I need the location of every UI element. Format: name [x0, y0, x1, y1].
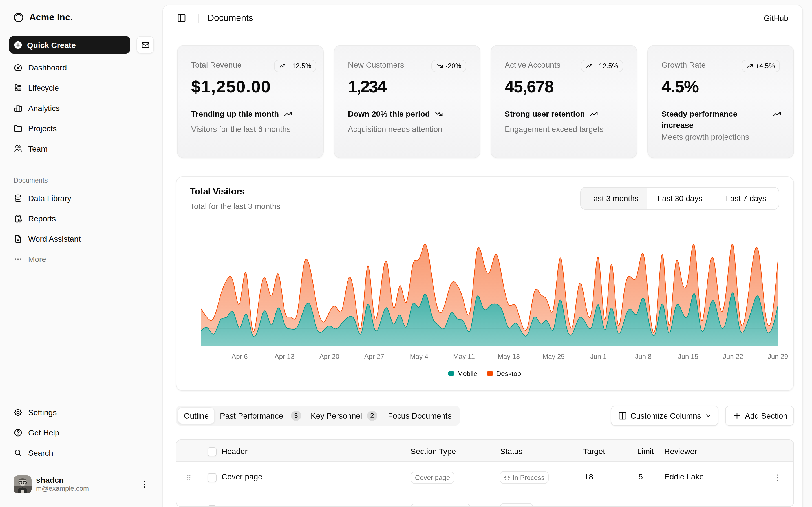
svg-text:May 11: May 11 — [453, 353, 475, 360]
svg-text:Apr 27: Apr 27 — [364, 353, 384, 360]
svg-text:Apr 6: Apr 6 — [232, 353, 248, 360]
svg-text:Jun 29: Jun 29 — [768, 353, 788, 360]
svg-text:Desktop: Desktop — [496, 370, 521, 378]
svg-text:May 4: May 4 — [410, 353, 428, 360]
svg-text:May 25: May 25 — [543, 353, 565, 360]
svg-text:May 18: May 18 — [498, 353, 520, 360]
svg-text:Apr 13: Apr 13 — [274, 353, 295, 360]
svg-text:Jun 1: Jun 1 — [590, 353, 607, 360]
svg-text:Jun 22: Jun 22 — [723, 353, 743, 360]
svg-text:Mobile: Mobile — [457, 370, 477, 378]
svg-text:Apr 20: Apr 20 — [319, 353, 340, 360]
svg-text:Jun 15: Jun 15 — [678, 353, 698, 360]
svg-text:Jun 8: Jun 8 — [635, 353, 652, 360]
